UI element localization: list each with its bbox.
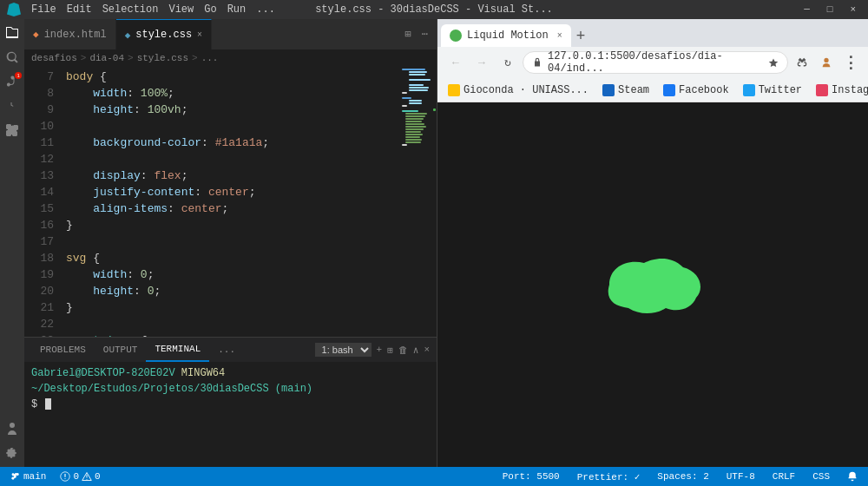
close-button[interactable]: × (845, 3, 861, 16)
bookmark-twitter-label: Twitter (759, 84, 802, 96)
tab-index-html-label: index.html (44, 29, 107, 41)
more-actions-btn[interactable]: ⋯ (418, 26, 431, 43)
bookmark-twitter[interactable]: Twitter (740, 82, 806, 98)
bookmark-star-icon (768, 57, 779, 68)
tab-style-css-close[interactable]: × (197, 30, 202, 40)
titlebar: File Edit Selection View Go Run ... styl… (0, 0, 868, 19)
minimap (400, 67, 437, 337)
menu-file[interactable]: File (31, 3, 56, 16)
status-errors[interactable]: 0 0 (56, 467, 103, 486)
panel-add-btn[interactable]: + (377, 345, 383, 355)
panel-tab-problems[interactable]: PROBLEMS (31, 338, 95, 362)
terminal-user: Gabriel@DESKTOP-820E02V (31, 367, 175, 379)
panel-split-btn[interactable]: ⊞ (387, 345, 393, 356)
menu-edit[interactable]: Edit (67, 3, 92, 16)
address-bar[interactable]: 127.0.0.1:5500/desafios/dia-04/ind... (523, 51, 788, 74)
activity-bar: 1 (0, 19, 24, 467)
line-numbers: 7 8 9 10 11 12 13 14 15 16 17 18 19 20 2… (24, 67, 59, 337)
forward-button[interactable]: → (470, 51, 493, 74)
menu-selection[interactable]: Selection (102, 3, 159, 16)
status-branch[interactable]: main (7, 467, 49, 486)
panel-close-btn[interactable]: × (424, 345, 430, 355)
profile-icon[interactable] (816, 52, 837, 73)
maximize-button[interactable]: □ (822, 3, 838, 16)
branch-icon (10, 471, 21, 482)
svg-point-0 (824, 58, 828, 62)
bookmark-steam-icon (602, 84, 615, 96)
terminal-select[interactable]: 1: bash (315, 343, 372, 357)
tab-index-html[interactable]: ◆ index.html (24, 19, 116, 49)
titlebar-title: style.css - 30diasDeCSS - Visual St... (315, 3, 553, 16)
branch-label: main (23, 471, 46, 482)
activity-source-control[interactable]: 1 (2, 71, 23, 92)
panel-tab-terminal[interactable]: TERMINAL (146, 338, 209, 362)
nav-extras: ⋮ (792, 52, 861, 73)
bookmark-gioconda[interactable]: Gioconda · UNIASS... (444, 82, 592, 98)
reload-button[interactable]: ↻ (496, 51, 519, 74)
activity-settings[interactable] (2, 443, 23, 463)
language-label: CSS (812, 471, 830, 482)
bookmark-steam[interactable]: Steam (599, 82, 653, 98)
split-editor-btn[interactable]: ⊞ (402, 26, 415, 43)
tab-index-html-icon: ◆ (33, 29, 39, 40)
panel-tab-output[interactable]: OUTPUT (95, 338, 147, 362)
terminal-line-path: ~/Desktop/Estudos/Projetos/30diasDeCSS (… (31, 381, 430, 397)
prettier-label: Prettier: ✓ (577, 471, 641, 483)
panel-trash-btn[interactable]: 🗑 (398, 345, 408, 356)
browser-tab-strip: Liquid Motion × + (437, 19, 868, 47)
code-content[interactable]: body { width: 100%; height: 100vh; backg… (59, 67, 400, 337)
liquid-blob (583, 246, 722, 324)
panel-collapse-btn[interactable]: ∧ (413, 345, 419, 356)
status-prettier[interactable]: Prettier: ✓ (574, 467, 644, 486)
panel-tab-more[interactable]: ... (209, 338, 244, 362)
status-language[interactable]: CSS (809, 467, 833, 486)
tabs-actions: ⊞ ⋯ (402, 26, 437, 43)
status-port[interactable]: Port: 5500 (499, 467, 563, 486)
browser-tab-close[interactable]: × (557, 31, 562, 41)
panel-body: Gabriel@DESKTOP-820E02V MINGW64 ~/Deskto… (24, 362, 437, 467)
menu-run[interactable]: Run (227, 3, 247, 16)
breadcrumb-desafios[interactable]: desafios (31, 53, 77, 63)
minimap-indicator (433, 108, 436, 111)
browser-menu-icon[interactable]: ⋮ (840, 52, 861, 73)
breadcrumb: desafios > dia-04 > style.css > ... (24, 49, 437, 67)
editor-container: ◆ index.html ◆ style.css × ⊞ ⋯ desafios … (24, 19, 437, 467)
menu-go[interactable]: Go (204, 3, 216, 16)
bookmark-instagram-icon (816, 84, 828, 96)
bell-icon (847, 471, 858, 482)
status-notifications[interactable] (844, 467, 861, 486)
bookmark-instagram[interactable]: Instagram (812, 82, 868, 98)
activity-account[interactable] (2, 418, 23, 439)
status-spaces[interactable]: Spaces: 2 (654, 467, 712, 486)
terminal-prompt-line: $ (31, 397, 430, 412)
activity-extensions[interactable] (2, 120, 23, 141)
breadcrumb-dia04[interactable]: dia-04 (89, 53, 124, 63)
titlebar-left: File Edit Selection View Go Run ... (7, 3, 275, 16)
extensions-icon[interactable] (792, 52, 812, 73)
browser-tab-favicon (450, 30, 462, 42)
activity-search[interactable] (2, 47, 23, 68)
titlebar-menu: File Edit Selection View Go Run ... (31, 3, 275, 16)
activity-debug[interactable] (2, 95, 23, 116)
activity-explorer[interactable] (2, 23, 23, 43)
breadcrumb-stylecss[interactable]: style.css (137, 53, 188, 63)
error-count: 0 (73, 471, 79, 482)
status-line-ending[interactable]: CRLF (769, 467, 799, 486)
status-bar: main 0 0 Port: 5500 Prettier: ✓ Spaces: … (0, 467, 868, 486)
tab-style-css[interactable]: ◆ style.css × (116, 19, 212, 49)
menu-dots[interactable]: ... (256, 3, 275, 16)
bookmark-facebook[interactable]: Facebook (660, 82, 733, 98)
minimize-button[interactable]: ─ (799, 3, 815, 16)
menu-view[interactable]: View (168, 3, 194, 16)
bookmark-facebook-icon (663, 84, 675, 96)
status-left: main 0 0 (7, 467, 104, 486)
back-button[interactable]: ← (444, 51, 467, 74)
breadcrumb-dots[interactable]: ... (201, 53, 219, 63)
warning-icon (82, 471, 92, 482)
panel-actions: 1: bash + ⊞ 🗑 ∧ × (308, 343, 430, 357)
new-tab-button[interactable]: + (571, 25, 591, 47)
tab-style-css-icon: ◆ (125, 30, 131, 41)
tab-style-css-label: style.css (135, 29, 192, 41)
browser-tab-liquid[interactable]: Liquid Motion × (441, 24, 571, 47)
status-encoding[interactable]: UTF-8 (723, 467, 759, 486)
